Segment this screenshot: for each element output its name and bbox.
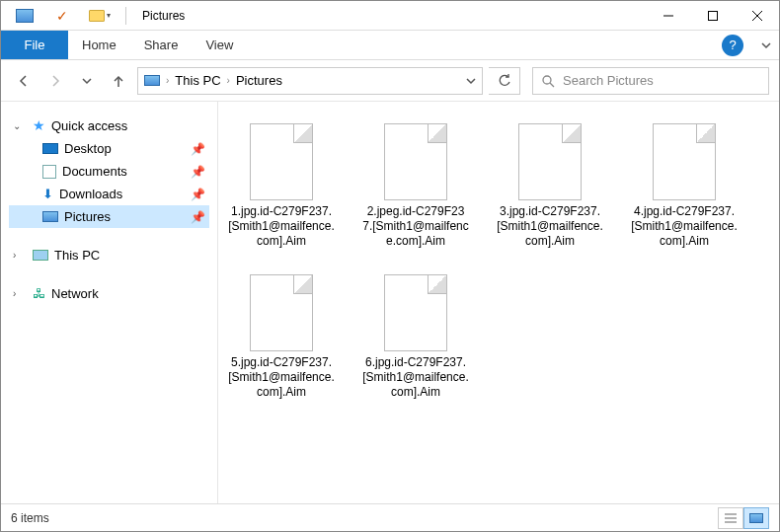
pc-icon bbox=[33, 250, 48, 261]
titlebar: ✓ ▾ Pictures bbox=[1, 1, 779, 31]
breadcrumb-this-pc[interactable]: This PC bbox=[175, 73, 220, 88]
address-dropdown-icon[interactable] bbox=[466, 72, 476, 90]
network-icon: 🖧 bbox=[33, 286, 45, 301]
file-icon bbox=[384, 123, 447, 200]
chevron-right-icon[interactable]: › bbox=[166, 75, 169, 86]
file-icon bbox=[518, 123, 582, 200]
item-count: 6 items bbox=[11, 511, 49, 525]
tab-share[interactable]: Share bbox=[130, 31, 193, 59]
recent-locations-button[interactable] bbox=[74, 68, 100, 94]
sidebar-item-label: Network bbox=[51, 286, 99, 301]
address-bar[interactable]: › This PC › Pictures bbox=[137, 67, 483, 95]
refresh-button[interactable] bbox=[489, 67, 520, 95]
file-name: 2.jpeg.id-C279F237.[Smith1@mailfence.com… bbox=[362, 204, 469, 249]
back-button[interactable] bbox=[11, 68, 37, 94]
help-button[interactable]: ? bbox=[722, 35, 743, 56]
sidebar-item-desktop[interactable]: Desktop 📌 bbox=[9, 137, 209, 160]
explorer-app-icon bbox=[9, 5, 40, 27]
maximize-button[interactable] bbox=[690, 1, 735, 31]
file-name: 3.jpg.id-C279F237.[Smith1@mailfence.com]… bbox=[497, 204, 603, 249]
file-icon bbox=[250, 274, 313, 351]
chevron-right-icon[interactable]: › bbox=[227, 75, 230, 86]
sidebar-item-label: Quick access bbox=[51, 118, 127, 133]
thumbnails-view-button[interactable] bbox=[743, 507, 769, 529]
search-placeholder: Search Pictures bbox=[563, 73, 654, 88]
sidebar-item-label: Downloads bbox=[59, 187, 122, 201]
file-item[interactable]: 4.jpg.id-C279F237.[Smith1@mailfence.com]… bbox=[631, 115, 738, 249]
file-tab[interactable]: File bbox=[1, 31, 68, 59]
details-view-button[interactable] bbox=[718, 507, 743, 529]
pin-icon: 📌 bbox=[191, 142, 205, 156]
divider bbox=[125, 7, 126, 25]
navbar: › This PC › Pictures Search Pictures bbox=[1, 60, 779, 102]
sidebar-quick-access[interactable]: ⌄ ★ Quick access bbox=[9, 114, 209, 137]
close-button[interactable] bbox=[735, 1, 779, 31]
file-item[interactable]: 1.jpg.id-C279F237.[Smith1@mailfence.com]… bbox=[228, 115, 335, 249]
statusbar: 6 items bbox=[1, 503, 779, 531]
minimize-button[interactable] bbox=[646, 1, 690, 31]
svg-point-5 bbox=[543, 76, 551, 84]
pin-icon: 📌 bbox=[191, 188, 205, 201]
pictures-icon bbox=[42, 211, 58, 222]
forward-button[interactable] bbox=[42, 68, 68, 94]
chevron-right-icon[interactable]: › bbox=[13, 250, 27, 261]
desktop-icon bbox=[42, 143, 58, 154]
chevron-down-icon[interactable]: ⌄ bbox=[13, 120, 27, 131]
search-icon bbox=[541, 74, 555, 88]
file-name: 6.jpg.id-C279F237.[Smith1@mailfence.com]… bbox=[362, 355, 469, 400]
star-icon: ★ bbox=[33, 117, 45, 133]
sidebar-item-label: Documents bbox=[62, 164, 127, 179]
file-item[interactable]: 6.jpg.id-C279F237.[Smith1@mailfence.com]… bbox=[362, 266, 469, 400]
pin-icon: 📌 bbox=[191, 210, 205, 224]
qat-dropdown-icon[interactable]: ▾ bbox=[84, 5, 116, 27]
sidebar-item-documents[interactable]: Documents 📌 bbox=[9, 160, 209, 183]
search-input[interactable]: Search Pictures bbox=[532, 67, 769, 95]
sidebar-item-pictures[interactable]: Pictures 📌 bbox=[9, 205, 209, 228]
sidebar-network[interactable]: › 🖧 Network bbox=[9, 282, 209, 305]
ribbon: File Home Share View ? bbox=[1, 31, 779, 60]
file-item[interactable]: 2.jpeg.id-C279F237.[Smith1@mailfence.com… bbox=[362, 115, 469, 249]
file-name: 4.jpg.id-C279F237.[Smith1@mailfence.com]… bbox=[631, 204, 738, 249]
file-icon bbox=[384, 274, 447, 351]
sidebar-item-label: Desktop bbox=[64, 141, 112, 156]
location-icon bbox=[144, 75, 160, 86]
file-icon bbox=[250, 123, 313, 200]
sidebar-item-label: Pictures bbox=[64, 209, 111, 224]
file-item[interactable]: 5.jpg.id-C279F237.[Smith1@mailfence.com]… bbox=[228, 266, 335, 400]
file-item[interactable]: 3.jpg.id-C279F237.[Smith1@mailfence.com]… bbox=[497, 115, 603, 249]
qat-properties-icon[interactable]: ✓ bbox=[46, 5, 78, 27]
file-list[interactable]: 1.jpg.id-C279F237.[Smith1@mailfence.com]… bbox=[218, 102, 779, 503]
sidebar-this-pc[interactable]: › This PC bbox=[9, 244, 209, 266]
pin-icon: 📌 bbox=[191, 165, 205, 179]
documents-icon bbox=[42, 165, 56, 179]
downloads-icon: ⬇ bbox=[42, 187, 53, 201]
file-icon bbox=[653, 123, 716, 200]
sidebar-item-downloads[interactable]: ⬇ Downloads 📌 bbox=[9, 183, 209, 205]
file-name: 1.jpg.id-C279F237.[Smith1@mailfence.com]… bbox=[228, 204, 335, 249]
window-title: Pictures bbox=[142, 9, 185, 23]
svg-line-6 bbox=[550, 83, 554, 87]
chevron-right-icon[interactable]: › bbox=[13, 288, 27, 299]
svg-rect-1 bbox=[708, 11, 717, 20]
navigation-pane: ⌄ ★ Quick access Desktop 📌 Documents 📌 ⬇… bbox=[1, 102, 218, 503]
up-button[interactable] bbox=[106, 68, 131, 94]
ribbon-expand-icon[interactable] bbox=[753, 31, 779, 59]
sidebar-item-label: This PC bbox=[54, 248, 100, 263]
tab-home[interactable]: Home bbox=[68, 31, 130, 59]
breadcrumb-current[interactable]: Pictures bbox=[236, 73, 282, 88]
tab-view[interactable]: View bbox=[192, 31, 247, 59]
file-name: 5.jpg.id-C279F237.[Smith1@mailfence.com]… bbox=[228, 355, 335, 400]
